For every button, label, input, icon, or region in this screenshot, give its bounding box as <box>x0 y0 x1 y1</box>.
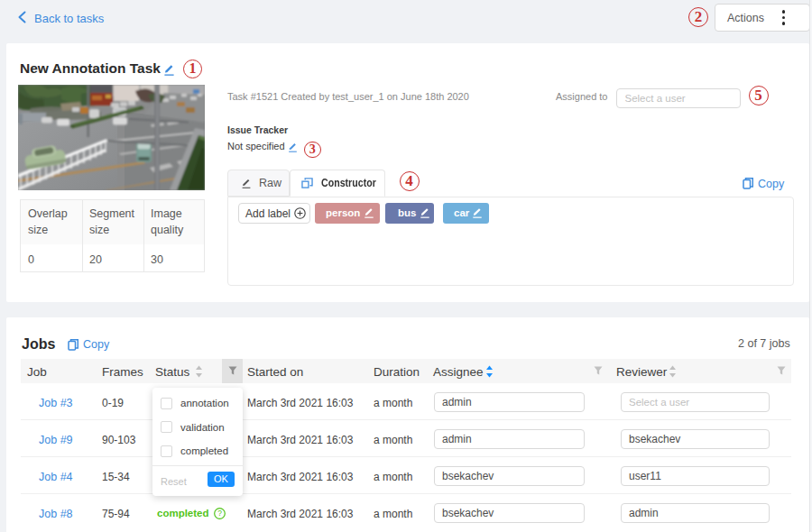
svg-text:?: ? <box>217 509 222 518</box>
